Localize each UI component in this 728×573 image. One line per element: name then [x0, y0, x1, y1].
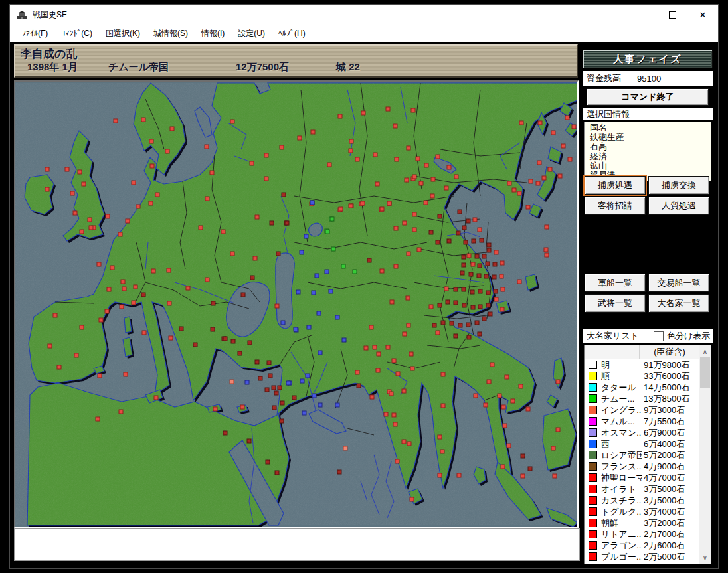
- player-castle-count: 城 22: [336, 61, 360, 74]
- player-country: チムール帝国: [108, 61, 169, 74]
- menu-item[interactable]: 設定(U): [231, 26, 272, 41]
- daimyo-name: カスチラ...: [601, 495, 642, 507]
- daimyo-koku: 33万6000石: [644, 370, 689, 382]
- scroll-down-icon[interactable]: ∨: [699, 552, 711, 563]
- daimyo-koku: 6万9000石: [644, 427, 685, 439]
- info-item[interactable]: 経済: [590, 152, 711, 161]
- phase-banner: 人事フェイズ: [583, 50, 713, 68]
- daimyo-row[interactable]: チムー...13万8500石: [585, 393, 699, 404]
- daimyo-koku: 6万4000石: [644, 438, 685, 450]
- daimyo-row[interactable]: イングラ...9万3000石: [585, 404, 699, 416]
- daimyo-list-row: 大名家リスト 色分け表示: [583, 329, 713, 343]
- daimyo-color-swatch: [589, 394, 597, 403]
- daimyo-color-swatch: [589, 440, 597, 448]
- daimyo-row[interactable]: トグルク...3万4000石: [585, 506, 699, 517]
- button-武将一覧[interactable]: 武将一覧: [585, 294, 646, 313]
- checkbox-icon[interactable]: [654, 331, 664, 341]
- daimyo-row[interactable]: ロシア帝国5万2000石: [585, 450, 699, 461]
- daimyo-koku: 7万5500石: [644, 416, 685, 428]
- daimyo-list-label: 大名家リスト: [587, 330, 639, 342]
- header-col-blank[interactable]: [585, 345, 640, 359]
- maximize-button[interactable]: [657, 5, 687, 25]
- menu-item[interactable]: ｺﾏﾝﾄﾞ(C): [54, 27, 99, 40]
- button-軍船一覧[interactable]: 軍船一覧: [585, 274, 646, 292]
- daimyo-listbox[interactable]: (臣従含) 明91万9800石順33万6000石タタール14万5000石チムー.…: [584, 345, 711, 564]
- close-button[interactable]: ✕: [687, 5, 718, 25]
- daimyo-name: マムル...: [601, 416, 642, 428]
- funds-label: 資金残高: [587, 72, 621, 84]
- info-item[interactable]: 鉄砲生産: [590, 133, 711, 142]
- daimyo-row[interactable]: カスチラ...3万5000石: [585, 495, 699, 506]
- daimyo-color-swatch: [589, 428, 597, 437]
- daimyo-row[interactable]: 順33万6000石: [585, 370, 699, 382]
- world-map[interactable]: [14, 80, 579, 528]
- selected-info-list[interactable]: 国名鉄砲生産石高経済鉱山貿易港: [584, 122, 711, 181]
- info-item[interactable]: 国名: [590, 123, 711, 133]
- button-人質処遇[interactable]: 人質処遇: [648, 197, 709, 215]
- daimyo-name: 順: [601, 370, 642, 382]
- menu-item[interactable]: 城情報(S): [147, 26, 195, 41]
- daimyo-name: イングラ...: [601, 404, 642, 416]
- app-icon: [17, 9, 27, 20]
- daimyo-koku: 2万5000石: [644, 551, 685, 563]
- map-texture: [15, 83, 577, 525]
- menu-item[interactable]: ﾍﾙﾌﾟ(H): [272, 27, 312, 40]
- daimyo-name: 朝鮮: [601, 517, 642, 529]
- daimyo-row[interactable]: リトアニ...2万7000石: [585, 529, 699, 540]
- scenario-header: 李自成の乱 1398年 1月 チムール帝国 12万7500石 城 22: [14, 44, 578, 78]
- daimyo-row[interactable]: 西6万4000石: [585, 438, 699, 450]
- button-交易船一覧[interactable]: 交易船一覧: [648, 274, 709, 292]
- daimyo-koku: 9万3000石: [644, 404, 685, 416]
- color-toggle-checkbox[interactable]: 色分け表示: [654, 330, 710, 342]
- scrollbar[interactable]: ∧ ∨: [699, 345, 711, 564]
- daimyo-color-swatch: [589, 473, 597, 482]
- button-捕虜交換[interactable]: 捕虜交換: [648, 176, 709, 195]
- info-item[interactable]: 石高: [590, 142, 711, 151]
- daimyo-name: ロシア帝国: [601, 450, 642, 461]
- daimyo-name: トグルク...: [601, 506, 642, 518]
- info-item[interactable]: 鉱山: [590, 161, 711, 171]
- daimyo-row[interactable]: アラゴン...2万6000石: [585, 540, 699, 551]
- daimyo-row[interactable]: 朝鮮3万2000石: [585, 517, 699, 529]
- selected-info-label: 選択国情報: [583, 108, 713, 120]
- daimyo-koku: 14万5000石: [644, 382, 689, 394]
- daimyo-color-swatch: [589, 507, 597, 516]
- end-command-button[interactable]: コマンド終了: [587, 88, 709, 106]
- title-bar: 戦国史SE ✕: [10, 5, 718, 25]
- daimyo-koku: 3万4000石: [644, 506, 685, 518]
- daimyo-row[interactable]: フランス...4万9000石: [585, 461, 699, 472]
- daimyo-name: 神聖ローマ...: [601, 472, 642, 484]
- menu-item[interactable]: ﾌｧｲﾙ(F): [15, 27, 54, 40]
- daimyo-color-swatch: [589, 406, 597, 414]
- side-panel: 人事フェイズ 資金残高 95100 コマンド終了 選択国情報 国名鉄砲生産石高経…: [583, 46, 713, 564]
- menu-item[interactable]: 情報(I): [195, 26, 231, 41]
- game-date: 1398年 1月: [27, 61, 78, 74]
- scroll-thumb[interactable]: [700, 357, 710, 388]
- button-客将招請[interactable]: 客将招請: [585, 197, 646, 215]
- daimyo-color-swatch: [589, 552, 597, 561]
- daimyo-row[interactable]: 神聖ローマ...4万7000石: [585, 472, 699, 483]
- header-col-koku[interactable]: (臣従含): [640, 345, 699, 359]
- button-捕虜処遇[interactable]: 捕虜処遇: [585, 176, 646, 195]
- daimyo-row[interactable]: オイラト3万5000石: [585, 483, 699, 495]
- daimyo-row[interactable]: タタール14万5000石: [585, 382, 699, 393]
- daimyo-name: チムー...: [601, 393, 642, 405]
- daimyo-name: オイラト: [601, 483, 642, 495]
- daimyo-color-swatch: [589, 417, 597, 426]
- button-大名家一覧[interactable]: 大名家一覧: [648, 294, 709, 313]
- daimyo-row[interactable]: ブルゴー...2万5000石: [585, 551, 699, 562]
- menu-item[interactable]: 国選択(K): [99, 26, 147, 41]
- daimyo-koku: 13万8500石: [644, 393, 689, 405]
- daimyo-list-header[interactable]: (臣従含): [585, 345, 699, 359]
- daimyo-row[interactable]: マムル...7万5500石: [585, 416, 699, 427]
- daimyo-color-swatch: [589, 496, 597, 505]
- scroll-up-icon[interactable]: ∧: [699, 346, 711, 357]
- daimyo-name: アラゴン...: [601, 540, 642, 552]
- screen: { "window": { "title": "戦国史SE" }, "menu"…: [0, 0, 728, 573]
- color-toggle-label: 色分け表示: [667, 330, 710, 342]
- daimyo-koku: 3万5000石: [644, 495, 685, 507]
- daimyo-row[interactable]: 明91万9800石: [585, 359, 699, 370]
- minimize-button[interactable]: [626, 5, 657, 25]
- daimyo-row[interactable]: オスマン...6万9000石: [585, 427, 699, 438]
- message-area: [14, 528, 580, 561]
